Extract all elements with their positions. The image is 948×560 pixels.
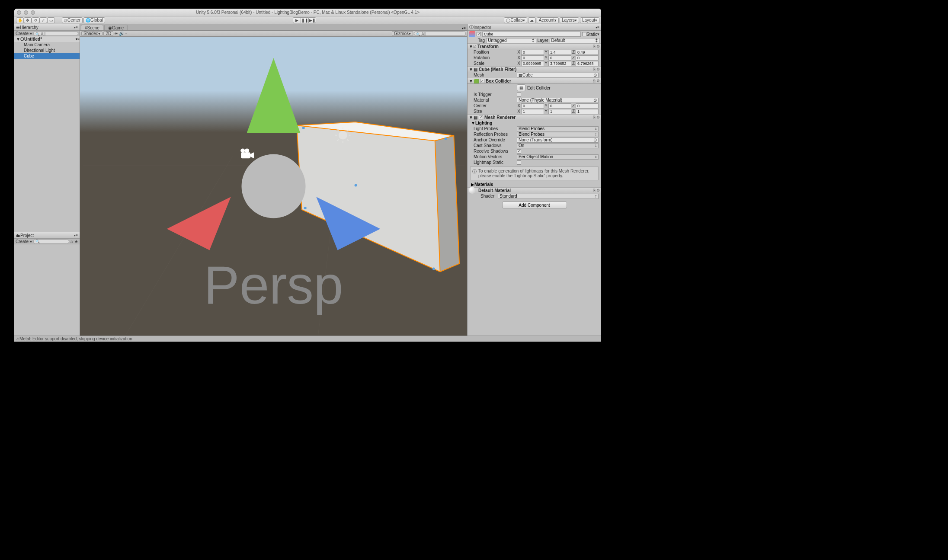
hierarchy-item-light[interactable]: Directional Light xyxy=(14,48,80,53)
tag-dropdown[interactable]: Untagged‡ xyxy=(486,38,536,43)
cast-shadows[interactable]: On xyxy=(517,143,599,148)
scl-x[interactable]: 0.9999995 xyxy=(521,61,544,66)
audio-icon[interactable]: 🔊 xyxy=(119,31,124,36)
lightmap-static[interactable] xyxy=(517,160,521,165)
scale-tool-icon[interactable]: ⤢ xyxy=(39,17,47,23)
mesh-field[interactable]: ▦ Cube⊙ xyxy=(517,73,599,78)
refl-probes[interactable]: Blend Probes xyxy=(517,132,599,137)
gizmos-dropdown[interactable]: Gizmos ▾ xyxy=(392,31,413,36)
window-title: Unity 5.6.0f3 Personal (64bit) - Untitle… xyxy=(14,10,601,15)
transform-header[interactable]: ▼⟀ Transform⎘ ⚙ xyxy=(468,43,601,49)
material-header[interactable]: Default-Material⎘ ⚙ xyxy=(468,187,601,193)
rot-x[interactable]: 0 xyxy=(521,55,544,61)
receive-shadows[interactable]: ✓ xyxy=(517,149,521,154)
rot-z[interactable]: 0 xyxy=(576,55,599,61)
scene-row[interactable]: ▼⎔ Untitled*▾≡ xyxy=(14,36,80,42)
static-checkbox[interactable] xyxy=(582,32,586,36)
favorite-icon[interactable]: ★ xyxy=(74,239,78,244)
light-icon[interactable]: ☀ xyxy=(114,31,118,36)
orientation-gizmo[interactable]: Persp xyxy=(80,37,467,336)
play-button[interactable]: ▶ xyxy=(293,17,301,23)
physic-material[interactable]: None (Physic Material)⊙ xyxy=(517,98,599,103)
scene-viewport[interactable]: Persp xyxy=(80,37,467,336)
pos-y[interactable]: 1.4 xyxy=(548,50,571,55)
2d-toggle[interactable]: 2D xyxy=(103,31,113,36)
edit-collider-button[interactable]: ▦ xyxy=(517,84,525,91)
scl-y[interactable]: 3.799652 xyxy=(548,61,571,66)
cube-prefab-icon xyxy=(469,31,475,37)
svg-point-27 xyxy=(241,154,305,218)
inspector-tab[interactable]: ⓘ Inspector▾≡ xyxy=(468,24,601,31)
svg-marker-24 xyxy=(247,58,300,133)
pause-button[interactable]: ❚❚ xyxy=(301,17,308,23)
tab-game[interactable]: ◉ Game xyxy=(104,25,128,30)
project-search[interactable]: 🔍 xyxy=(33,239,69,244)
add-component-button[interactable]: Add Component xyxy=(502,202,567,208)
layers-button[interactable]: Layers ▾ xyxy=(560,17,579,23)
pos-x[interactable]: 0 xyxy=(521,50,544,55)
project-tab[interactable]: 🖿 Project▾≡ xyxy=(14,232,80,239)
move-tool-icon[interactable]: ✥ xyxy=(24,17,32,23)
rect-tool-icon[interactable]: ▭ xyxy=(47,17,55,23)
svg-marker-25 xyxy=(316,197,380,250)
main-toolbar: ✋ ✥ ⟲ ⤢ ▭ ◎ Center 🌐 Global ▶ ❚❚ ▶❚ ◯ Co… xyxy=(14,16,601,24)
anchor-override[interactable]: None (Transform)⊙ xyxy=(517,138,599,143)
hand-tool-icon[interactable]: ✋ xyxy=(16,17,24,23)
hierarchy-search[interactable]: 🔍 All xyxy=(33,31,78,36)
svg-text:Persp: Persp xyxy=(204,255,343,315)
light-probes[interactable]: Blend Probes xyxy=(517,126,599,131)
hierarchy-create[interactable]: Create ▾ xyxy=(16,31,32,36)
pos-z[interactable]: 0.49 xyxy=(576,50,599,55)
step-button[interactable]: ▶❚ xyxy=(308,17,316,23)
rot-y[interactable]: 0 xyxy=(548,55,571,61)
hierarchy-item-cube[interactable]: Cube xyxy=(14,53,80,59)
fx-icon[interactable]: ▫ xyxy=(125,31,127,36)
scl-z[interactable]: 6.796268 xyxy=(576,61,599,66)
motion-vectors[interactable]: Per Object Motion xyxy=(517,154,599,160)
svg-marker-26 xyxy=(167,197,231,250)
scene-search[interactable]: 🔍 All xyxy=(414,31,466,36)
active-checkbox[interactable]: ✓ xyxy=(477,32,481,36)
object-name-field[interactable] xyxy=(482,32,581,37)
tab-scene[interactable]: # Scene xyxy=(81,25,103,30)
shade-mode[interactable]: Shaded ▾ xyxy=(81,31,102,36)
hierarchy-tab[interactable]: ☰ Hierarchy▾≡ xyxy=(14,24,80,31)
cloud-icon[interactable]: ☁ xyxy=(528,17,536,23)
titlebar: Unity 5.6.0f3 Personal (64bit) - Untitle… xyxy=(14,9,601,16)
boxcollider-header[interactable]: ▼🟩 ✓ Box Collider⎘ ⚙ xyxy=(468,78,601,84)
project-create[interactable]: Create ▾ xyxy=(16,239,32,244)
layout-button[interactable]: Layout ▾ xyxy=(580,17,599,23)
pivot-button[interactable]: ◎ Center xyxy=(62,17,83,23)
account-button[interactable]: Account ▾ xyxy=(537,17,559,23)
shader-dropdown[interactable]: Standard xyxy=(498,194,599,199)
layer-dropdown[interactable]: Default‡ xyxy=(550,38,599,43)
is-trigger[interactable] xyxy=(517,93,521,97)
meshrenderer-header[interactable]: ▼▦ ✓ Mesh Renderer⎘ ⚙ xyxy=(468,114,601,120)
rotate-tool-icon[interactable]: ⟲ xyxy=(32,17,39,23)
space-button[interactable]: 🌐 Global xyxy=(83,17,105,23)
hierarchy-item-camera[interactable]: Main Camera xyxy=(14,42,80,48)
lightmap-info: ⓘTo enable generation of lightmaps for t… xyxy=(470,166,599,180)
material-preview-icon xyxy=(469,187,476,194)
meshfilter-header[interactable]: ▼▦ Cube (Mesh Filter)⎘ ⚙ xyxy=(468,66,601,72)
filter-icon[interactable]: ⌂ xyxy=(70,239,73,244)
collab-button[interactable]: ◯ Collab ▾ xyxy=(504,17,527,23)
status-bar: ⚠ Metal: Editor support disabled, skippi… xyxy=(14,336,601,342)
